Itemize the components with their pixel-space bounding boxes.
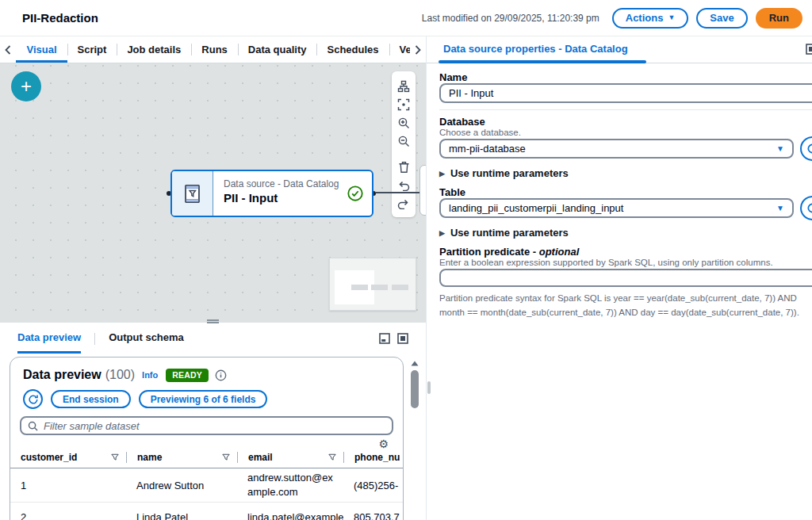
zoom-in-button[interactable] [392, 113, 416, 132]
chevron-left-icon [5, 45, 11, 55]
tab-script[interactable]: Script [67, 36, 117, 63]
refresh-icon [806, 202, 812, 214]
tab-visual[interactable]: Visual [16, 36, 67, 63]
filter-dataset-searchbox[interactable] [20, 416, 393, 435]
tab-data-source-properties[interactable]: Data source properties - Data Catalog [443, 43, 628, 55]
column-header-phone-number[interactable]: phone_nu [343, 452, 403, 463]
job-tab-bar: Visual Script Job details Runs Data qual… [0, 36, 426, 63]
properties-panel-header: Data source properties - Data Catalog [427, 36, 812, 63]
tab-data-quality[interactable]: Data quality [238, 36, 317, 63]
filter-dataset-input[interactable] [44, 420, 385, 432]
filter-funnel-icon[interactable] [111, 453, 119, 461]
refresh-preview-button[interactable] [23, 389, 43, 409]
undo-icon [397, 180, 410, 191]
column-header-customer-id[interactable]: customer_id [10, 452, 126, 463]
preview-table: customer_id name email phone_nu [10, 452, 403, 520]
add-node-button[interactable]: + [11, 71, 41, 101]
database-label: Database [439, 116, 485, 128]
zoom-out-button[interactable] [392, 132, 416, 150]
preview-table-header: customer_id name email phone_nu [10, 452, 403, 468]
table-label: Table [439, 186, 465, 198]
use-runtime-parameters-toggle-database[interactable]: ▶ Use runtime parameters [439, 167, 569, 179]
database-hint: Choose a database. [439, 128, 521, 137]
info-link[interactable]: Info [142, 370, 158, 380]
properties-form: Name Database Choose a database. mm-pii-… [427, 63, 812, 520]
plus-icon: + [21, 75, 32, 98]
caret-down-icon: ▼ [776, 205, 784, 212]
data-preview-title: Data preview [23, 368, 102, 382]
name-input[interactable] [439, 83, 812, 103]
zoom-out-icon [397, 135, 410, 147]
tab-output-schema[interactable]: Output schema [109, 331, 184, 354]
scrollbar-thumb[interactable] [411, 370, 419, 408]
panel-dock-bottom-icon[interactable] [379, 333, 390, 344]
search-icon [28, 421, 38, 431]
fit-to-view-button[interactable] [392, 95, 416, 113]
scroll-up-icon[interactable] [410, 361, 419, 366]
run-button[interactable]: Run [756, 8, 802, 29]
edge-connector [376, 192, 420, 193]
bottom-panel: Data preview Output schema Data preview … [0, 323, 426, 520]
node-name-label: PII - Input [224, 191, 339, 205]
use-runtime-parameters-toggle-table[interactable]: ▶ Use runtime parameters [439, 227, 569, 239]
name-label: Name [439, 71, 467, 83]
tab-job-details[interactable]: Job details [117, 36, 191, 63]
info-circle-icon[interactable] [215, 369, 227, 381]
panel-divider-handle[interactable] [427, 381, 431, 394]
filter-funnel-icon[interactable] [222, 453, 230, 461]
top-bar: PII-Redaction Last modified on 29/09/202… [0, 0, 812, 36]
partition-predicate-hint: Enter a boolean expression supported by … [439, 258, 773, 267]
layout-icon [397, 80, 410, 93]
filter-funnel-icon[interactable] [328, 453, 336, 461]
redo-button[interactable] [392, 194, 416, 212]
tab-runs[interactable]: Runs [191, 36, 238, 63]
minimap[interactable] [329, 258, 416, 311]
tab-data-preview[interactable]: Data preview [17, 331, 81, 354]
refresh-databases-button[interactable] [800, 136, 812, 161]
table-settings-gear-icon[interactable]: ⚙ [378, 438, 389, 449]
tabs-scroll-right[interactable] [410, 36, 426, 63]
panel-resize-handle[interactable] [207, 319, 219, 323]
node-valid-check-icon [347, 185, 364, 202]
table-row: 2 Linda Patel linda.patel@example.com 80… [10, 503, 403, 520]
end-session-button[interactable]: End session [51, 390, 131, 408]
preview-scrollbar[interactable] [410, 361, 419, 511]
caret-down-icon: ▼ [668, 14, 675, 21]
panel-expand-icon[interactable] [806, 44, 812, 55]
delete-node-button[interactable] [392, 158, 416, 176]
disclosure-triangle-icon: ▶ [439, 229, 445, 237]
chevron-right-icon [415, 45, 421, 55]
database-select[interactable]: mm-pii-database ▼ [439, 139, 794, 159]
tabs-scroll-left[interactable] [0, 36, 16, 63]
partition-predicate-input[interactable] [439, 269, 812, 287]
redo-icon [397, 198, 410, 209]
previewing-fields-button[interactable]: Previewing 6 of 6 fields [139, 390, 268, 408]
table-select[interactable]: landing_pii_customerpii_landing_input ▼ [439, 198, 794, 218]
partition-predicate-label: Partition predicate - optional [439, 246, 579, 258]
panel-maximize-icon[interactable] [397, 333, 408, 344]
caret-down-icon: ▼ [776, 145, 784, 153]
bottom-panel-tabs: Data preview Output schema [17, 331, 184, 354]
zoom-in-icon [397, 117, 410, 129]
tab-version-control[interactable]: Ve [389, 36, 410, 63]
actions-button[interactable]: Actions ▼ [612, 8, 689, 29]
data-preview-count: (100) [105, 368, 135, 382]
glue-studio-window: PII-Redaction Last modified on 29/09/202… [0, 0, 812, 520]
tab-schedules[interactable]: Schedules [316, 36, 389, 63]
canvas-toolbar [392, 71, 416, 217]
status-badge: READY [166, 369, 209, 382]
last-modified-text: Last modified on 29/09/2025, 11:20:39 pm [422, 13, 599, 24]
disclosure-triangle-icon: ▶ [439, 170, 445, 178]
fit-view-icon [397, 98, 410, 111]
offscreen-node[interactable] [419, 165, 426, 216]
job-title: PII-Redaction [22, 11, 98, 25]
refresh-icon [806, 143, 812, 155]
auto-layout-button[interactable] [392, 77, 416, 95]
properties-panel: Data source properties - Data Catalog Na… [426, 36, 812, 520]
visual-canvas[interactable]: + [0, 63, 426, 323]
refresh-tables-button[interactable] [800, 196, 812, 220]
node-data-source[interactable]: Data source - Data Catalog PII - Input [170, 170, 373, 217]
save-button[interactable]: Save [696, 8, 747, 29]
column-header-name[interactable]: name [126, 452, 237, 463]
column-header-email[interactable]: email [237, 452, 343, 463]
